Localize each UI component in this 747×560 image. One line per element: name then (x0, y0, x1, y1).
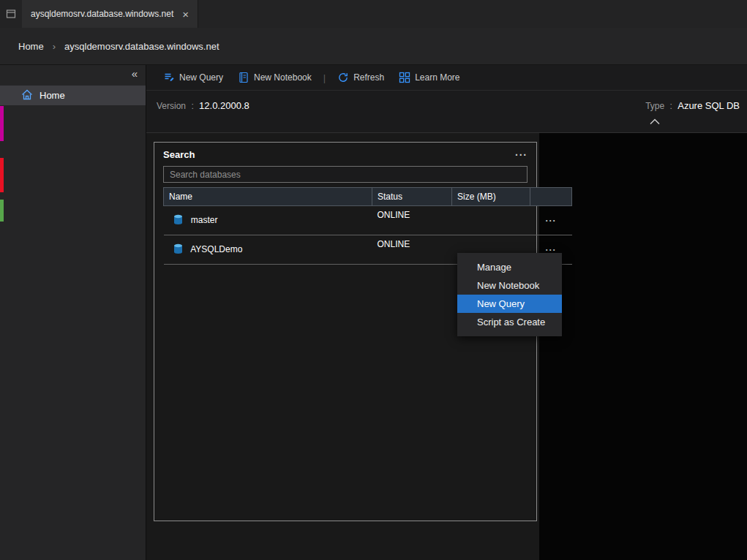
database-status: ONLINE (372, 235, 452, 265)
breadcrumb-home[interactable]: Home (18, 41, 44, 52)
tab-title: aysqldemosrv.database.windows.net (31, 9, 173, 19)
row-actions-icon[interactable]: ··· (546, 216, 557, 226)
menu-item-new-query[interactable]: New Query (457, 295, 562, 313)
refresh-icon (337, 72, 349, 83)
search-widget-header: Search ··· (154, 143, 536, 165)
type-label: Type (645, 101, 664, 111)
database-name: AYSQLDemo (190, 244, 242, 254)
database-size (452, 206, 530, 235)
refresh-label: Refresh (353, 72, 384, 83)
refresh-button[interactable]: Refresh (330, 69, 391, 86)
sidebar-home-label: Home (40, 90, 65, 101)
new-notebook-icon (238, 72, 249, 83)
dashboard-body: Search ··· Name Status Size (MB) (146, 132, 747, 560)
sidebar-item-home[interactable]: Home (0, 86, 146, 105)
menu-item-manage[interactable]: Manage (457, 258, 562, 276)
new-query-label: New Query (179, 72, 223, 83)
version-label: Version (157, 101, 186, 111)
server-type: Type : Azure SQL DB (645, 100, 740, 111)
database-icon (173, 214, 183, 227)
tab-bar: aysqldemosrv.database.windows.net × (0, 0, 747, 28)
new-notebook-button[interactable]: New Notebook (230, 69, 319, 86)
server-info-bar: Version : 12.0.2000.8 Type : Azure SQL D… (146, 91, 747, 132)
type-colon: : (670, 101, 672, 111)
home-icon (21, 89, 33, 102)
database-status: ONLINE (372, 206, 452, 235)
server-group-color-bar-magenta (0, 106, 4, 141)
column-header-status[interactable]: Status (372, 188, 452, 206)
column-header-size[interactable]: Size (MB) (452, 188, 530, 206)
server-version: Version : 12.0.2000.8 (157, 100, 249, 111)
breadcrumb-separator-icon: › (53, 41, 56, 52)
column-header-name[interactable]: Name (164, 188, 372, 206)
type-value: Azure SQL DB (677, 100, 740, 111)
version-value: 12.0.2000.8 (199, 100, 249, 111)
collapse-sidebar-icon[interactable]: « (132, 67, 138, 80)
learn-more-icon (399, 72, 410, 83)
server-group-color-bar-red (0, 158, 4, 192)
widget-title: Search (163, 149, 195, 160)
search-databases-input[interactable] (163, 166, 528, 183)
tab-server-dashboard[interactable]: aysqldemosrv.database.windows.net × (22, 0, 198, 28)
new-query-icon (163, 72, 175, 83)
collapse-header-chevron-icon[interactable] (649, 115, 661, 128)
database-name: master (191, 215, 218, 225)
breadcrumb: Home › aysqldemosrv.database.windows.net (0, 28, 747, 65)
editor-list-icon (0, 0, 22, 28)
new-query-button[interactable]: New Query (156, 69, 230, 86)
dashboard-content: New Query New Notebook | (146, 65, 747, 560)
new-notebook-label: New Notebook (254, 72, 312, 83)
dashboard-toolbar: New Query New Notebook | (146, 65, 747, 91)
tab-close-icon[interactable]: × (182, 9, 189, 20)
menu-item-new-notebook[interactable]: New Notebook (457, 276, 562, 295)
version-colon: : (191, 101, 193, 111)
sidebar: « Home (0, 65, 146, 560)
table-header-row: Name Status Size (MB) (164, 188, 572, 206)
learn-more-label: Learn More (415, 72, 459, 83)
server-group-color-bar-green (0, 200, 4, 222)
database-icon (173, 243, 183, 257)
table-row-master[interactable]: master ONLINE ··· (164, 206, 572, 235)
learn-more-button[interactable]: Learn More (391, 69, 467, 86)
main-area: « Home New Query (0, 65, 747, 560)
toolbar-separator: | (323, 72, 326, 83)
menu-item-script-as-create[interactable]: Script as Create (457, 313, 562, 331)
breadcrumb-server: aysqldemosrv.database.windows.net (64, 41, 219, 52)
column-header-actions (530, 188, 572, 206)
widget-more-icon[interactable]: ··· (515, 151, 528, 159)
context-menu: Manage New Notebook New Query Script as … (457, 253, 562, 336)
